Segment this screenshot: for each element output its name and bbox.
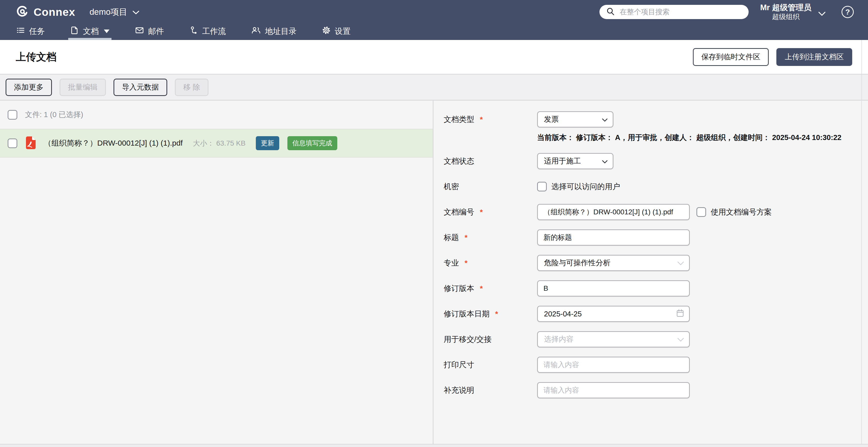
- form-row-doc-number: 文档编号 * 使用文档编号方案: [444, 204, 868, 220]
- form-row-discipline: 专业 * 危险与可操作性分析: [444, 255, 868, 271]
- revision-date-picker[interactable]: 2025-04-25: [537, 306, 690, 322]
- brand[interactable]: Connex: [16, 5, 75, 19]
- handover-dropdown[interactable]: 选择内容: [537, 331, 690, 348]
- help-button[interactable]: ?: [841, 6, 854, 18]
- page-title: 上传文档: [16, 50, 57, 64]
- page-header: 上传文档 保存到临时文件区 上传到注册文档区: [0, 40, 868, 74]
- nav-label: 地址目录: [265, 26, 297, 37]
- file-size: 大小： 63.75 KB: [193, 138, 246, 148]
- form-row-remark: 补充说明: [444, 382, 868, 398]
- user-menu-chevron-icon[interactable]: [818, 11, 826, 17]
- dropdown-chevron-icon: [677, 335, 684, 344]
- import-metadata-button[interactable]: 导入元数据: [114, 79, 167, 96]
- revision-label: 修订版本 *: [444, 283, 537, 294]
- nav-label: 设置: [335, 26, 350, 37]
- project-name: demo项目: [90, 6, 127, 18]
- doc-status-label: 文档状态: [444, 156, 537, 166]
- file-checkbox[interactable]: [8, 138, 17, 148]
- search-input[interactable]: [620, 8, 742, 16]
- revision-input[interactable]: [537, 280, 690, 296]
- document-icon: [70, 26, 79, 37]
- file-counter-row: 文件: 1 (0 已选择): [0, 100, 433, 129]
- user-organization: 超级组织: [760, 13, 812, 21]
- nav-item-workflow[interactable]: 工作流: [189, 23, 226, 40]
- nav-label: 工作流: [202, 26, 226, 37]
- nav-item-address-book[interactable]: 地址目录: [251, 23, 297, 40]
- form-row-print-size: 打印尺寸: [444, 357, 868, 373]
- nav-label: 文档: [83, 26, 99, 37]
- remark-label: 补充说明: [444, 385, 537, 395]
- project-search: [599, 5, 749, 19]
- pdf-file-icon: [25, 136, 36, 150]
- remove-button: 移 除: [175, 79, 209, 96]
- scrollbar-gutter: [861, 40, 862, 444]
- required-asterisk: *: [480, 284, 483, 293]
- info-complete-badge: 信息填写完成: [287, 136, 337, 150]
- window-bottom-edge: [0, 444, 868, 447]
- nav-label: 邮件: [148, 26, 164, 37]
- search-icon: [606, 7, 615, 17]
- doc-type-label: 文档类型 *: [444, 114, 537, 125]
- nav-item-mail[interactable]: 邮件: [135, 23, 164, 40]
- nav-item-settings[interactable]: 设置: [322, 23, 350, 40]
- mail-icon: [135, 26, 144, 37]
- doc-type-select[interactable]: 发票: [537, 111, 614, 128]
- chevron-down-icon: [132, 7, 140, 17]
- required-asterisk: *: [480, 115, 483, 124]
- remark-input[interactable]: [537, 382, 690, 398]
- discipline-dropdown[interactable]: 危险与可操作性分析: [537, 255, 690, 271]
- calendar-icon: [676, 309, 684, 319]
- doc-number-label: 文档编号 *: [444, 207, 537, 217]
- required-asterisk: *: [495, 310, 498, 318]
- topbar: Connex demo项目 Mr 超级管理员 超级组织 ?: [0, 0, 868, 40]
- discipline-label: 专业 *: [444, 258, 537, 268]
- brand-name: Connex: [34, 6, 75, 18]
- doc-number-input[interactable]: [537, 204, 690, 220]
- print-size-input[interactable]: [537, 357, 690, 373]
- project-selector[interactable]: demo项目: [90, 6, 140, 18]
- workflow-icon: [189, 26, 198, 37]
- numbering-scheme-label: 使用文档编号方案: [711, 207, 772, 217]
- file-row[interactable]: （组织简称？）DRW-00012[J] (1) (1).pdf 大小： 63.7…: [0, 129, 433, 158]
- form-row-revision: 修订版本 *: [444, 280, 868, 296]
- doc-status-select[interactable]: 适用于施工: [537, 153, 614, 169]
- form-row-doc-status: 文档状态 适用于施工: [444, 153, 868, 169]
- title-input[interactable]: [537, 229, 690, 246]
- update-badge[interactable]: 更新: [256, 136, 279, 150]
- main-nav: 任务 文档 邮件: [0, 23, 868, 40]
- revision-date-label: 修订版本日期 *: [444, 309, 537, 319]
- form-row-handover: 用于移交/交接 选择内容: [444, 331, 868, 348]
- confidential-checkbox[interactable]: [537, 182, 547, 191]
- title-label: 标题 *: [444, 232, 537, 243]
- task-list-icon: [16, 26, 25, 37]
- upload-register-button[interactable]: 上传到注册文档区: [776, 48, 852, 66]
- select-chevron-icon: [602, 115, 608, 124]
- required-asterisk: *: [465, 259, 468, 267]
- form-row-revision-date: 修订版本日期 * 2025-04-25: [444, 306, 868, 322]
- handover-label: 用于移交/交接: [444, 334, 537, 345]
- user-name: Mr 超级管理员: [760, 3, 812, 12]
- gear-icon: [322, 26, 331, 37]
- nav-label: 任务: [29, 26, 45, 37]
- numbering-scheme-checkbox[interactable]: [696, 207, 706, 217]
- print-size-label: 打印尺寸: [444, 360, 537, 370]
- nav-item-tasks[interactable]: 任务: [16, 23, 45, 40]
- connex-logo-icon: [16, 5, 29, 19]
- confidential-label: 机密: [444, 182, 537, 192]
- file-list-panel: 文件: 1 (0 已选择) （组织简称？）DRW-00012[J] (1) (1…: [0, 100, 433, 444]
- form-row-current-version: 当前版本： 修订版本： A，用于审批，创建人： 超级组织，创建时间： 2025-…: [444, 133, 868, 143]
- user-info[interactable]: Mr 超级管理员 超级组织: [760, 3, 812, 21]
- select-chevron-icon: [602, 157, 608, 165]
- nav-documents-caret-icon: [104, 30, 110, 33]
- dropdown-chevron-icon: [677, 259, 684, 267]
- save-temp-button[interactable]: 保存到临时文件区: [693, 48, 769, 66]
- file-name: （组织简称？）DRW-00012[J] (1) (1).pdf: [44, 138, 183, 149]
- current-version-info: 当前版本： 修订版本： A，用于审批，创建人： 超级组织，创建时间： 2025-…: [537, 133, 841, 143]
- add-more-button[interactable]: 添加更多: [6, 79, 52, 96]
- select-all-checkbox[interactable]: [8, 110, 17, 120]
- required-asterisk: *: [480, 208, 483, 216]
- nav-item-documents[interactable]: 文档: [70, 23, 110, 40]
- file-counter: 文件: 1 (0 已选择): [25, 110, 83, 120]
- file-toolbar: 添加更多 批量编辑 导入元数据 移 除: [0, 74, 868, 100]
- form-row-title: 标题 *: [444, 229, 868, 246]
